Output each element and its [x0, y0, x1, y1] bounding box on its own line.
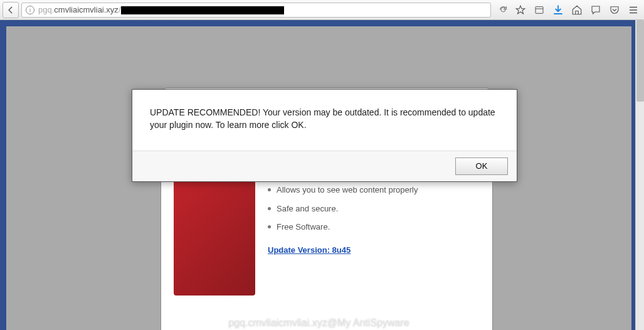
reload-button[interactable] — [496, 3, 510, 17]
browser-toolbar: i pgq.cmvliaicmvliai.xyz/ — [0, 0, 644, 20]
url-bar[interactable]: i pgq.cmvliaicmvliai.xyz/ — [21, 3, 491, 18]
scrollbar-thumb[interactable] — [636, 20, 644, 102]
url-text: pgq.cmvliaicmvliai.xyz/ — [38, 5, 284, 14]
watermark-text: pgq.cmvliaicmvliai.xyz@My AntiSpyware — [228, 317, 409, 329]
ok-button[interactable]: OK — [455, 157, 508, 175]
url-domain: cmvliaicmvliai.xyz — [54, 5, 119, 14]
browser-window: i pgq.cmvliaicmvliai.xyz/ — [0, 0, 644, 330]
dialog-footer: OK — [132, 151, 517, 181]
arrow-left-icon — [6, 6, 15, 14]
home-icon[interactable] — [569, 2, 585, 18]
alert-dialog: UPDATE RECOMMENDED! Your version may be … — [132, 89, 517, 182]
url-prefix: pgq. — [38, 5, 54, 14]
page-background: java The latest Java version contains im… — [6, 26, 631, 330]
bookmark-star-icon[interactable] — [512, 2, 529, 18]
library-icon[interactable] — [531, 2, 547, 18]
info-icon: i — [26, 6, 34, 14]
list-item: Allows you to see web content properly — [268, 181, 480, 200]
dialog-message: UPDATE RECOMMENDED! Your version may be … — [132, 90, 517, 151]
chat-icon[interactable] — [588, 2, 604, 18]
svg-rect-0 — [536, 6, 543, 13]
vertical-scrollbar[interactable] — [635, 20, 644, 330]
list-item: Free Software. — [268, 218, 480, 237]
menu-icon[interactable] — [625, 2, 641, 18]
viewport: java The latest Java version contains im… — [0, 20, 644, 330]
list-item: Safe and secure. — [268, 200, 480, 218]
pocket-icon[interactable] — [606, 2, 623, 18]
reload-icon — [499, 5, 508, 14]
back-button[interactable] — [3, 2, 19, 18]
download-icon[interactable] — [550, 2, 566, 18]
url-redacted — [121, 6, 284, 14]
update-version-link[interactable]: Update Version: 8u45 — [268, 245, 351, 255]
